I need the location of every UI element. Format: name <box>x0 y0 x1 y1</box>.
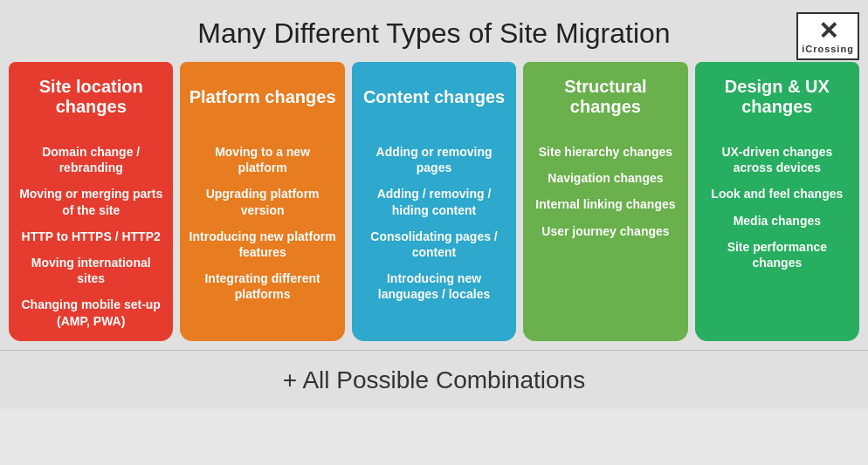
list-item: HTTP to HTTPS / HTTP2 <box>17 229 164 244</box>
list-item: Internal linking changes <box>532 196 679 212</box>
list-item: Media changes <box>704 213 851 229</box>
logo-box: ✕ iCrossing <box>796 12 859 60</box>
column-structural: Structural changesSite hierarchy changes… <box>523 62 687 341</box>
col-body-content: Adding or removing pagesAdding / removin… <box>352 132 516 341</box>
list-item: Site performance changes <box>704 239 851 270</box>
col-header-content: Content changes <box>352 62 516 132</box>
list-item: Site hierarchy changes <box>532 144 679 160</box>
footer-text: + All Possible Combinations <box>0 351 868 408</box>
list-item: Domain change / rebranding <box>17 144 164 175</box>
list-item: Introducing new languages / locales <box>361 270 507 302</box>
page-title: Many Different Types of Site Migration <box>197 17 670 50</box>
header-row: Many Different Types of Site Migration ✕… <box>9 9 859 62</box>
column-design-ux: Design & UX changesUX-driven changes acr… <box>695 62 859 341</box>
logo-brand: iCrossing <box>802 44 854 54</box>
list-item: Upgrading platform version <box>189 186 335 217</box>
list-item: UX-driven changes across devices <box>704 144 851 175</box>
col-header-design-ux: Design & UX changes <box>695 62 859 132</box>
col-header-platform: Platform changes <box>180 62 344 132</box>
list-item: User journey changes <box>532 223 679 239</box>
col-header-site-location: Site location changes <box>9 62 173 132</box>
page-container: Many Different Types of Site Migration ✕… <box>0 0 868 350</box>
col-body-site-location: Domain change / rebrandingMoving or merg… <box>9 132 173 341</box>
list-item: Moving or merging parts of the site <box>17 186 164 217</box>
list-item: Changing mobile set-up (AMP, PWA) <box>17 297 164 328</box>
logo-icon: ✕ <box>818 19 838 44</box>
column-platform: Platform changesMoving to a new platform… <box>180 62 344 341</box>
col-body-structural: Site hierarchy changesNavigation changes… <box>523 132 687 341</box>
col-body-platform: Moving to a new platformUpgrading platfo… <box>180 132 344 341</box>
list-item: Adding / removing / hiding content <box>361 186 507 217</box>
columns-container: Site location changesDomain change / reb… <box>9 62 859 350</box>
column-content: Content changesAdding or removing pagesA… <box>352 62 516 341</box>
list-item: Introducing new platform features <box>189 229 335 260</box>
list-item: Navigation changes <box>532 170 679 186</box>
list-item: Moving to a new platform <box>189 144 335 175</box>
col-header-structural: Structural changes <box>523 62 687 132</box>
list-item: Adding or removing pages <box>361 144 507 175</box>
list-item: Look and feel changes <box>704 186 851 202</box>
column-site-location: Site location changesDomain change / reb… <box>9 62 173 341</box>
list-item: Integrating different platforms <box>189 270 335 302</box>
list-item: Consolidating pages / content <box>361 229 507 260</box>
col-body-design-ux: UX-driven changes across devicesLook and… <box>695 132 859 341</box>
footer-label: + All Possible Combinations <box>283 366 585 393</box>
list-item: Moving international sites <box>17 255 164 286</box>
